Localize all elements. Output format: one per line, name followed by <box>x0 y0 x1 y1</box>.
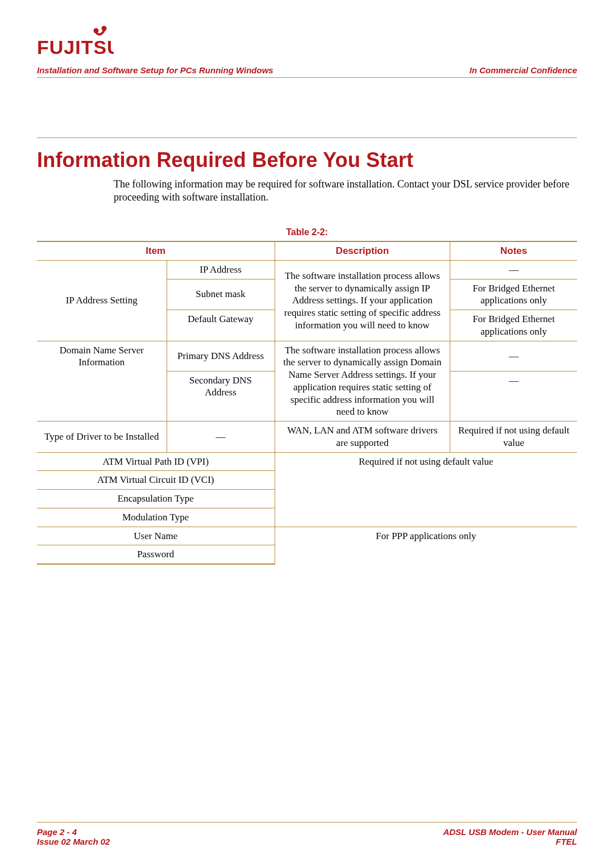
table-caption: Table 2-2: <box>37 227 577 237</box>
top-rule <box>37 137 577 138</box>
cell-notes-dash: — <box>450 341 577 371</box>
cell-driver-note: Required if not using default value <box>450 422 577 453</box>
th-notes: Notes <box>450 241 577 261</box>
cell-vpi: ATM Virtual Path ID (VPI) <box>37 452 275 471</box>
brand-text: FUJITSU <box>37 36 114 58</box>
cell-ip-desc: The software installation process allows… <box>275 260 450 341</box>
cell-user: User Name <box>37 527 275 545</box>
intro-paragraph: The following information may be require… <box>114 178 577 205</box>
cell-dns-label: Domain Name Server Information <box>37 341 167 422</box>
table-row: IP Address Setting IP Address The softwa… <box>37 260 577 279</box>
footer-rule <box>37 822 577 823</box>
running-header: Installation and Software Setup for PCs … <box>37 65 577 78</box>
th-description: Description <box>275 241 450 261</box>
table-row: Domain Name Server Information Primary D… <box>37 341 577 371</box>
cell-encap: Encapsulation Type <box>37 490 275 508</box>
cell-req-default: Required if not using default value <box>275 452 577 527</box>
header-right: In Commercial Confidence <box>470 65 577 75</box>
footer-left: Page 2 - 4 Issue 02 March 02 <box>37 827 110 846</box>
cell-dash: — <box>167 422 275 453</box>
requirements-table: Item Description Notes IP Address Settin… <box>37 241 577 565</box>
table-row: User Name For PPP applications only <box>37 527 577 545</box>
cell-ip-setting: IP Address Setting <box>37 260 167 341</box>
table-header-row: Item Description Notes <box>37 241 577 261</box>
cell-notes-dash: — <box>450 371 577 421</box>
cell-mod: Modulation Type <box>37 508 275 527</box>
cell-ip-address: IP Address <box>167 260 275 279</box>
table-row: ATM Virtual Path ID (VPI) Required if no… <box>37 452 577 471</box>
cell-vci: ATM Virtual Circuit ID (VCI) <box>37 471 275 490</box>
cell-primary-dns: Primary DNS Address <box>167 341 275 371</box>
footer-right: ADSL USB Modem - User Manual FTEL <box>443 827 577 846</box>
running-footer: Page 2 - 4 Issue 02 March 02 ADSL USB Mo… <box>37 827 577 846</box>
footer-issue: Issue 02 March 02 <box>37 837 110 846</box>
brand-logo: FUJITSU <box>37 26 577 59</box>
cell-bridged-note: For Bridged Ethernet applications only <box>450 310 577 341</box>
th-item: Item <box>37 241 275 261</box>
header-left: Installation and Software Setup for PCs … <box>37 65 273 75</box>
cell-ppp-only: For PPP applications only <box>275 527 577 564</box>
cell-gateway: Default Gateway <box>167 310 275 341</box>
page-title: Information Required Before You Start <box>37 148 577 172</box>
cell-notes-dash: — <box>450 260 577 279</box>
footer-org: FTEL <box>556 837 578 846</box>
cell-bridged-note: For Bridged Ethernet applications only <box>450 279 577 310</box>
cell-driver-label: Type of Driver to be Installed <box>37 422 167 453</box>
cell-password: Password <box>37 545 275 564</box>
cell-driver-desc: WAN, LAN and ATM software drivers are su… <box>275 422 450 453</box>
footer-page: Page 2 - 4 <box>37 827 110 837</box>
cell-secondary-dns: Secondary DNS Address <box>167 371 275 421</box>
footer-manual: ADSL USB Modem - User Manual <box>443 827 577 837</box>
cell-subnet: Subnet mask <box>167 279 275 310</box>
cell-dns-desc: The software installation process allows… <box>275 341 450 422</box>
table-row: Type of Driver to be Installed — WAN, LA… <box>37 422 577 453</box>
